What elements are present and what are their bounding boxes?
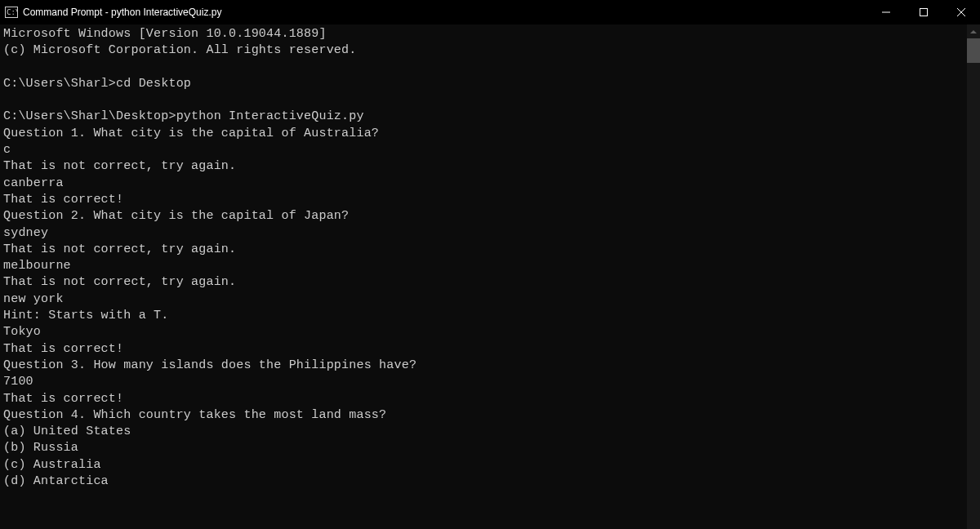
scroll-thumb[interactable]: [967, 38, 980, 63]
terminal-line: Microsoft Windows [Version 10.0.19044.18…: [3, 26, 967, 42]
terminal-line: 7100: [3, 374, 967, 390]
terminal-line: That is correct!: [3, 192, 967, 208]
terminal-line: c: [3, 142, 967, 158]
terminal-line: new york: [3, 291, 967, 308]
terminal-line: canberra: [3, 176, 967, 192]
terminal-line: C:\Users\Sharl\Desktop>python Interactiv…: [3, 109, 967, 125]
terminal-line: Hint: Starts with a T.: [3, 308, 967, 324]
window-title: Command Prompt - python InteractiveQuiz.…: [23, 7, 221, 18]
terminal-line: (d) Antarctica: [3, 473, 967, 490]
terminal-area: Microsoft Windows [Version 10.0.19044.18…: [0, 24, 980, 529]
window-controls: [867, 0, 980, 24]
cmd-prompt-icon: C:\: [5, 6, 18, 19]
terminal-line: Question 1. What city is the capital of …: [3, 126, 967, 142]
terminal-output[interactable]: Microsoft Windows [Version 10.0.19044.18…: [0, 24, 967, 529]
terminal-line: C:\Users\Sharl>cd Desktop: [3, 76, 967, 92]
terminal-line: Question 4. Which country takes the most…: [3, 407, 967, 424]
vertical-scrollbar[interactable]: [967, 24, 980, 529]
terminal-line: melbourne: [3, 258, 967, 274]
terminal-line: That is not correct, try again.: [3, 242, 967, 258]
terminal-line: Question 2. What city is the capital of …: [3, 208, 967, 224]
terminal-line: sydney: [3, 225, 967, 242]
terminal-line: That is correct!: [3, 391, 967, 407]
svg-rect-3: [920, 9, 928, 16]
terminal-line: (b) Russia: [3, 440, 967, 456]
minimize-button[interactable]: [867, 0, 905, 24]
terminal-line: That is correct!: [3, 341, 967, 358]
terminal-line: [3, 92, 967, 109]
terminal-line: (c) Australia: [3, 457, 967, 473]
terminal-line: That is not correct, try again.: [3, 274, 967, 291]
scroll-up-button[interactable]: [967, 24, 980, 38]
terminal-line: (a) United States: [3, 424, 967, 440]
maximize-button[interactable]: [905, 0, 942, 24]
terminal-line: Tokyo: [3, 324, 967, 340]
terminal-line: (c) Microsoft Corporation. All rights re…: [3, 42, 967, 59]
titlebar-left: C:\ Command Prompt - python InteractiveQ…: [5, 6, 221, 19]
window-titlebar: C:\ Command Prompt - python InteractiveQ…: [0, 0, 980, 24]
svg-text:C:\: C:\: [7, 8, 18, 16]
terminal-line: That is not correct, try again.: [3, 158, 967, 175]
close-button[interactable]: [942, 0, 980, 24]
terminal-line: [3, 60, 967, 76]
svg-marker-6: [970, 30, 977, 33]
terminal-line: Question 3. How many islands does the Ph…: [3, 358, 967, 374]
